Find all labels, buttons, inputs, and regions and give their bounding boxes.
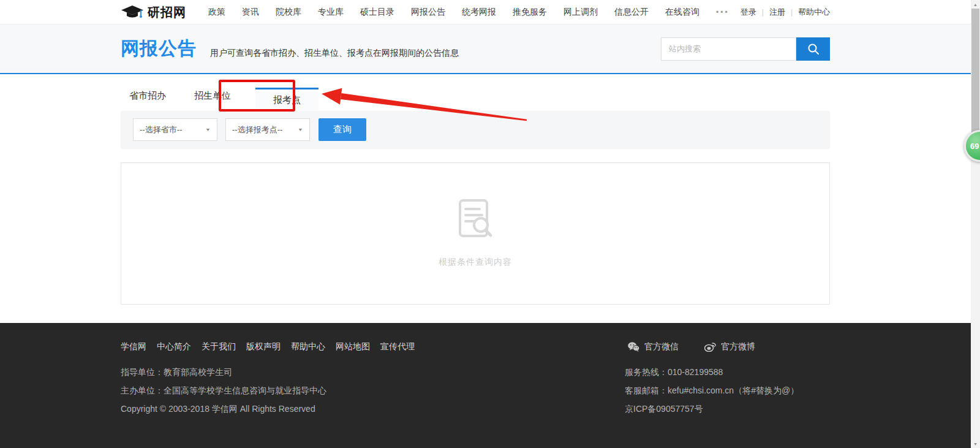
filter-bar: --选择省市-- ▼ --选择报考点-- ▼ 查询 [121,111,830,149]
email-line: 客服邮箱：kefu#chsi.com.cn（将#替换为@） [625,384,830,397]
floating-badge-widget[interactable]: 69 [964,130,980,162]
logo-label: 研招网 [148,4,186,21]
footer-links: 学信网 中心简介 关于我们 版权声明 帮助中心 网站地图 宣传代理 [121,341,625,352]
query-button[interactable]: 查询 [318,118,366,141]
top-nav: 研招网 政策 资讯 院校库 专业库 硕士目录 网报公告 统考网报 推免服务 网上… [0,0,980,25]
nav-item-unified-exam-report[interactable]: 统考网报 [462,7,496,18]
separator: | [762,8,764,17]
empty-message: 根据条件查询内容 [439,257,512,268]
scrollbar[interactable]: ▲ ▼ [971,0,980,448]
search-button[interactable] [796,37,830,61]
site-logo[interactable]: 研招网 [121,4,186,21]
province-select-value: --选择省市-- [140,124,182,135]
wechat-icon [628,342,639,352]
site-search [661,37,830,61]
footer-link-sitemap[interactable]: 网站地图 [336,341,370,352]
hotline-line: 服务热线：010-82199588 [625,366,830,378]
nav-item-college-library[interactable]: 院校库 [276,7,301,18]
main-content: 省市招办 招生单位 报考点 --选择省市-- ▼ --选择报考点-- ▼ 查询 [121,74,830,305]
exam-point-select[interactable]: --选择报考点-- ▼ [225,118,310,141]
nav-item-online-consult[interactable]: 在线咨询 [665,7,699,18]
icp-line: 京ICP备09057757号 [625,403,830,415]
scroll-up-arrow[interactable]: ▲ [971,0,980,9]
results-panel: 根据条件查询内容 [121,162,830,305]
footer-link-center-intro[interactable]: 中心简介 [157,341,191,352]
footer-link-chsi[interactable]: 学信网 [121,341,146,352]
province-select[interactable]: --选择省市-- ▼ [133,118,217,141]
official-wechat-link[interactable]: 官方微信 [628,341,679,352]
nav-item-online-adjustment[interactable]: 网上调剂 [564,7,598,18]
weibo-icon [704,342,716,352]
footer: 学信网 中心简介 关于我们 版权声明 帮助中心 网站地图 宣传代理 指导单位：教… [0,323,980,448]
tab-admission-unit[interactable]: 招生单位 [190,90,235,111]
page-title: 网报公告 [121,36,197,61]
host-unit-line: 主办单位：全国高等学校学生信息咨询与就业指导中心 [121,384,625,397]
nav-item-masters-catalog[interactable]: 硕士目录 [360,7,394,18]
footer-link-help-center[interactable]: 帮助中心 [291,341,325,352]
weibo-label: 官方微博 [721,341,755,352]
tab-exam-point[interactable]: 报考点 [255,88,318,111]
footer-link-about-us[interactable]: 关于我们 [202,341,236,352]
footer-social: 官方微信 官方微博 [625,341,830,352]
scroll-down-arrow[interactable]: ▼ [971,439,980,448]
exam-point-select-value: --选择报考点-- [232,124,282,135]
footer-left: 学信网 中心简介 关于我们 版权声明 帮助中心 网站地图 宣传代理 指导单位：教… [121,341,625,415]
nav-item-exemption-service[interactable]: 推免服务 [513,7,547,18]
empty-state: 根据条件查询内容 [439,199,512,268]
nav-item-major-library[interactable]: 专业库 [318,7,344,18]
chevron-down-icon: ▼ [205,127,211,132]
nav-item-info-disclosure[interactable]: 信息公开 [614,7,649,18]
page: 研招网 政策 资讯 院校库 专业库 硕士目录 网报公告 统考网报 推免服务 网上… [0,0,980,448]
copyright-line: Copyright © 2003-2018 学信网 All Rights Res… [121,403,625,415]
tab-bar: 省市招办 招生单位 报考点 [121,74,830,111]
nav-item-news[interactable]: 资讯 [242,7,259,18]
main-menu: 政策 资讯 院校库 专业库 硕士目录 网报公告 统考网报 推免服务 网上调剂 信… [208,7,729,18]
floating-badge-label: 69 [966,142,979,151]
search-input[interactable] [661,37,796,61]
document-search-icon [456,199,494,241]
official-weibo-link[interactable]: 官方微博 [704,341,755,352]
page-header: 网报公告 用户可查询各省市招办、招生单位、报考点在网报期间的公告信息 [0,25,980,74]
page-subtitle: 用户可查询各省市招办、招生单位、报考点在网报期间的公告信息 [210,48,459,59]
guide-unit-line: 指导单位：教育部高校学生司 [121,366,625,378]
nav-item-online-report-notice[interactable]: 网报公告 [411,7,445,18]
tab-province-office[interactable]: 省市招办 [126,90,170,111]
nav-item-policy[interactable]: 政策 [208,7,225,18]
graduation-cap-icon [121,5,144,20]
search-icon [807,43,820,55]
auth-links: 登录 | 注册 | 帮助中心 [741,7,830,18]
separator: | [791,8,793,17]
footer-right: 官方微信 官方微博 服务热线：010-82199588 客服邮箱：kefu#ch… [625,341,830,415]
nav-more-dots[interactable]: ••• [716,8,729,17]
footer-link-copyright-notice[interactable]: 版权声明 [246,341,281,352]
footer-link-promotion-agent[interactable]: 宣传代理 [380,341,415,352]
chevron-down-icon: ▼ [298,127,303,132]
help-center-link[interactable]: 帮助中心 [798,7,830,18]
login-link[interactable]: 登录 [741,7,756,18]
register-link[interactable]: 注册 [769,7,785,18]
wechat-label: 官方微信 [644,341,679,352]
